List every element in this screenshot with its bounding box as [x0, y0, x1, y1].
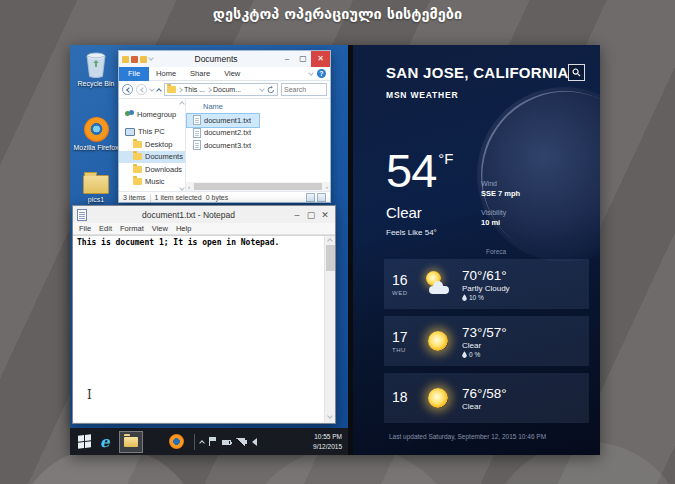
- start-button[interactable]: [78, 434, 91, 448]
- wind-label: Wind: [481, 180, 520, 187]
- desktop-icon-recycle-bin[interactable]: Recycle Bin: [73, 51, 119, 87]
- volume-icon[interactable]: [252, 438, 257, 446]
- menu-edit[interactable]: Edit: [95, 224, 116, 233]
- forecast-row-fri[interactable]: 18 76°/58° Clear: [384, 373, 589, 423]
- minimize-button[interactable]: –: [290, 210, 304, 220]
- scroll-right-icon[interactable]: ›: [324, 184, 330, 190]
- forecast-precip: 0 %: [462, 351, 507, 358]
- nav-item-downloads[interactable]: Downloads: [119, 163, 185, 176]
- taskbar-clock[interactable]: 10:55 PM 9/12/2015: [313, 432, 344, 452]
- forecast-day: THU: [392, 347, 420, 353]
- weather-details: Wind SSE 7 mph Visibility 10 mi: [481, 180, 520, 238]
- file-explorer-taskbar-button[interactable]: [119, 431, 143, 453]
- notepad-titlebar[interactable]: document1.txt - Notepad – ▢ ✕: [73, 206, 335, 223]
- tab-view[interactable]: View: [217, 67, 247, 81]
- tab-share[interactable]: Share: [183, 67, 217, 81]
- search-box[interactable]: [281, 83, 327, 96]
- windows-screen: Recycle Bin Mozilla Firefox pics1 Docume…: [70, 45, 600, 455]
- explorer-title: Documents: [153, 54, 279, 64]
- menu-format[interactable]: Format: [116, 224, 148, 233]
- icons-view-button[interactable]: [317, 193, 326, 202]
- qat-folder-icon[interactable]: [122, 56, 129, 63]
- action-center-flag-icon[interactable]: [209, 437, 217, 446]
- maximize-button[interactable]: ▢: [295, 51, 311, 67]
- homegroup-icon: [125, 110, 134, 118]
- help-icon[interactable]: ?: [317, 69, 326, 78]
- firefox-taskbar-icon[interactable]: [169, 434, 184, 449]
- desktop-icon-label: Recycle Bin: [73, 80, 119, 87]
- scroll-up-icon[interactable]: [327, 238, 333, 244]
- temperature-unit: °F: [438, 150, 453, 167]
- address-dropdown-icon[interactable]: [259, 86, 265, 92]
- vertical-scrollbar[interactable]: [324, 236, 335, 422]
- battery-icon[interactable]: [222, 440, 231, 445]
- nav-item-music[interactable]: Music: [119, 176, 185, 189]
- scrollbar-thumb[interactable]: [194, 183, 322, 190]
- breadcrumb-documents[interactable]: Docum...: [213, 86, 241, 93]
- details-view-button[interactable]: [306, 193, 315, 202]
- notepad-text-area[interactable]: This is document 1; It is open in Notepa…: [73, 235, 335, 422]
- close-button[interactable]: ✕: [311, 51, 330, 67]
- search-input[interactable]: [282, 84, 326, 95]
- maximize-button[interactable]: ▢: [304, 210, 318, 220]
- items-count: 3 items: [123, 194, 146, 201]
- forecast-list: 16 WED 70°/61° Partly Cloudy 10 %: [384, 259, 589, 430]
- menu-view[interactable]: View: [148, 224, 172, 233]
- selection-count: 1 item selected: [155, 194, 202, 201]
- taskbar: e 10:55 PM 9/12/2015: [70, 428, 348, 455]
- explorer-titlebar[interactable]: Documents – ▢ ✕: [119, 51, 330, 67]
- file-row-document2[interactable]: document2.txt: [187, 127, 259, 140]
- sunny-icon: [420, 326, 456, 356]
- ribbon-expand-icon[interactable]: [308, 70, 314, 76]
- show-hidden-icons-button[interactable]: [199, 440, 205, 446]
- nav-item-documents[interactable]: Documents: [119, 151, 185, 164]
- close-button[interactable]: ✕: [318, 210, 332, 220]
- current-conditions: 54 °F Clear Feels Like 54°: [386, 147, 453, 237]
- notepad-content[interactable]: This is document 1; It is open in Notepa…: [73, 236, 335, 249]
- visibility-label: Visibility: [481, 209, 520, 216]
- scroll-down-icon[interactable]: [327, 413, 333, 419]
- forecast-row-wed[interactable]: 16 WED 70°/61° Partly Cloudy 10 %: [384, 259, 589, 309]
- recycle-bin-icon: [73, 51, 119, 78]
- nav-item-homegroup[interactable]: Homegroup: [119, 108, 185, 121]
- quick-access-toolbar[interactable]: [119, 56, 153, 63]
- forecast-condition: Partly Cloudy: [462, 284, 510, 293]
- column-header-name[interactable]: Name: [186, 101, 330, 114]
- desktop-icon-pics1[interactable]: pics1: [73, 167, 119, 203]
- forward-button[interactable]: [136, 84, 147, 95]
- firefox-icon: [73, 115, 119, 142]
- menu-help[interactable]: Help: [172, 224, 195, 233]
- nav-item-desktop[interactable]: Desktop: [119, 138, 185, 151]
- qat-newfolder-icon[interactable]: [140, 56, 147, 63]
- minimize-button[interactable]: –: [279, 51, 295, 67]
- horizontal-scrollbar[interactable]: ‹ ›: [186, 182, 330, 191]
- droplet-icon: [462, 351, 467, 358]
- file-row-document3[interactable]: document3.txt: [187, 139, 259, 152]
- scroll-left-icon[interactable]: ‹: [186, 184, 192, 190]
- forecast-row-thu[interactable]: 17 THU 73°/57° Clear 0 %: [384, 316, 589, 366]
- back-button[interactable]: [122, 84, 133, 95]
- clock-date: 9/12/2015: [313, 442, 342, 452]
- internet-explorer-icon[interactable]: e: [100, 433, 110, 451]
- tab-home[interactable]: Home: [149, 67, 183, 81]
- desktop-icon-firefox[interactable]: Mozilla Firefox: [73, 115, 119, 151]
- file-row-document1[interactable]: document1.txt: [187, 114, 259, 127]
- explorer-window: Documents – ▢ ✕ File Home Share View ?: [118, 50, 331, 203]
- breadcrumb-this-pc[interactable]: This ...: [184, 86, 205, 93]
- sunny-icon: [420, 383, 456, 413]
- current-temperature: 54: [386, 147, 436, 194]
- scrollbar-thumb[interactable]: [326, 245, 335, 271]
- tab-file[interactable]: File: [119, 67, 149, 81]
- menu-file[interactable]: File: [75, 224, 95, 233]
- nav-item-this-pc[interactable]: This PC: [119, 126, 185, 139]
- nav-scroll-up-icon[interactable]: [179, 101, 185, 107]
- refresh-icon[interactable]: [267, 86, 275, 94]
- desktop[interactable]: Recycle Bin Mozilla Firefox pics1 Docume…: [70, 45, 348, 455]
- forecast-high-low: 70°/61°: [462, 268, 510, 283]
- forecast-date: 18: [392, 389, 420, 405]
- notepad-menubar: File Edit Format View Help: [73, 223, 335, 235]
- qat-properties-icon[interactable]: [131, 56, 138, 63]
- breadcrumb[interactable]: This ... Docum...: [164, 83, 278, 96]
- recent-locations-icon[interactable]: [149, 86, 155, 92]
- up-button[interactable]: [156, 88, 162, 94]
